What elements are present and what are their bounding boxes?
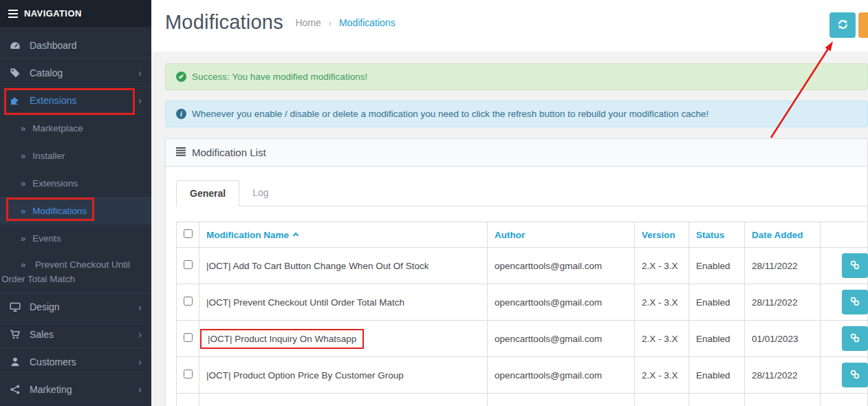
sidebar-item-label: Marketplace [32,123,83,133]
sidebar-item-extensions-sub[interactable]: » Extensions [0,169,151,197]
chevron-right-icon: › [138,94,142,106]
tab-log[interactable]: Log [239,180,281,206]
sidebar-item-label: Marketing [30,384,72,395]
table-row: |OCT| Product Inquiry On Whatsapp openca… [177,321,868,357]
row-checkbox[interactable] [184,370,193,378]
hamburger-icon[interactable] [8,10,18,18]
refresh-button[interactable] [829,12,856,38]
column-header-version[interactable]: Version [635,222,689,248]
link-icon [849,332,860,345]
breadcrumb-current[interactable]: Modifications [339,17,395,28]
row-checkbox[interactable] [184,260,193,269]
upload-button[interactable] [858,12,868,38]
breadcrumb-separator: › [329,18,332,28]
cell-date-added: 28/11/2022 [745,248,821,284]
cart-icon [10,329,21,340]
sidebar-item-label: Installer [32,151,65,161]
modification-list-panel: Modification List General Log [165,138,868,406]
modification-table: Modification Name Author Version Status … [176,222,868,406]
sidebar-item-label: Sales [30,329,54,340]
sidebar-item-extensions[interactable]: Extensions › [0,87,151,114]
sidebar-item-sales[interactable]: Sales › [0,321,151,348]
sidebar-item-label: Catalog [30,67,63,78]
double-chevron-icon: » [21,206,25,216]
cell-status: Enabled [689,321,745,357]
link-icon [849,296,860,309]
panel-heading: Modification List [166,139,867,167]
table-row: |OCT| Prevent Checkout Until Order Total… [177,284,868,321]
success-alert-text: Success: You have modified modifications… [192,72,367,82]
success-alert: ✔ Success: You have modified modificatio… [165,63,868,90]
cell-date-added: 01/01/2023 [745,321,821,357]
cell-version: 2.X - 3.X [635,284,689,321]
cell-modification-name: |OCT| Add To Cart Button Change When Out… [199,248,488,284]
annotation-red-box-whatsapp: |OCT| Product Inquiry On Whatsapp [200,329,364,349]
sidebar-item-label: Extensions [32,178,78,189]
cell-date-added: 28/11/2022 [745,357,821,394]
cell-date-added: 28/11/2022 [745,284,821,321]
column-header-name[interactable]: Modification Name [199,222,488,248]
sidebar: NAVIGATION Dashboard Catalog › Extension… [0,0,151,406]
sidebar-item-catalog[interactable]: Catalog › [0,59,151,87]
cell-version: 2.X - 3.X [635,321,689,357]
column-header-date-added[interactable]: Date Added [745,222,821,248]
user-icon [10,356,21,367]
column-header-status[interactable]: Status [689,222,745,248]
double-chevron-icon: » [21,259,25,270]
sidebar-header: NAVIGATION [0,0,151,27]
cell-modification-name: |OCT| Product Option Price By Customer G… [199,357,488,394]
page-title: Modifications [165,11,283,33]
gauge-icon [10,40,21,51]
column-header-action [821,222,868,248]
info-circle-icon: i [176,109,186,119]
check-circle-icon: ✔ [176,72,186,82]
cell-status: Enabled [689,248,745,284]
column-header-author[interactable]: Author [488,222,635,248]
panel-title: Modification List [192,147,266,158]
breadcrumb-home[interactable]: Home [295,17,321,28]
sidebar-item-marketplace[interactable]: » Marketplace [0,114,151,142]
sidebar-item-label: Modifications [32,206,87,216]
monitor-icon [10,301,21,312]
sidebar-item-label: Design [30,301,60,312]
double-chevron-icon: » [21,151,25,161]
cell-author: opencarttools@gmail.com [488,284,635,321]
sidebar-item-label: Extensions [30,95,76,106]
double-chevron-icon: » [21,178,25,189]
cell-modification-name: |OCT| Product Inquiry On Whatsapp [199,321,488,357]
row-checkbox[interactable] [184,297,193,306]
table-row: |OCT| Product Option Price By Customer G… [177,357,868,394]
link-icon [849,259,860,273]
sidebar-item-label: Dashboard [30,40,77,51]
sidebar-item-label: Events [32,233,61,244]
link-action-button[interactable] [842,253,868,278]
sidebar-item-modifications[interactable]: » Modifications [0,197,151,224]
sidebar-header-label: NAVIGATION [24,8,82,19]
chevron-right-icon: › [138,356,142,367]
link-action-button[interactable] [842,363,868,387]
sidebar-item-dashboard[interactable]: Dashboard [0,32,151,59]
sidebar-item-events[interactable]: » Events [0,224,151,252]
chevron-right-icon: › [138,301,142,313]
sidebar-item-marketing[interactable]: Marketing › [0,376,151,403]
chevron-right-icon: › [138,328,142,340]
page-header: Modifications Home › Modifications [151,0,868,52]
sidebar-item-installer[interactable]: » Installer [0,142,151,169]
puzzle-icon [10,95,21,106]
list-icon [176,147,186,158]
link-action-button[interactable] [842,290,868,314]
link-icon [849,369,860,382]
double-chevron-icon: » [21,233,25,244]
row-checkbox[interactable] [184,333,193,342]
chevron-right-icon: › [138,67,142,78]
tab-general[interactable]: General [176,180,239,206]
sidebar-item-design[interactable]: Design › [0,293,151,321]
sidebar-item-label: Customers [30,356,76,367]
info-alert: i Whenever you enable / disable or delet… [165,100,868,127]
sidebar-item-prevent-checkout[interactable]: » Prevent Checkout Until Order Total Mat… [0,252,151,293]
cell-version: 2.X - 3.X [635,357,689,394]
chevron-right-icon: › [138,383,142,395]
sidebar-item-customers[interactable]: Customers › [0,348,151,376]
select-all-checkbox[interactable] [184,229,193,238]
link-action-button[interactable] [842,326,868,351]
